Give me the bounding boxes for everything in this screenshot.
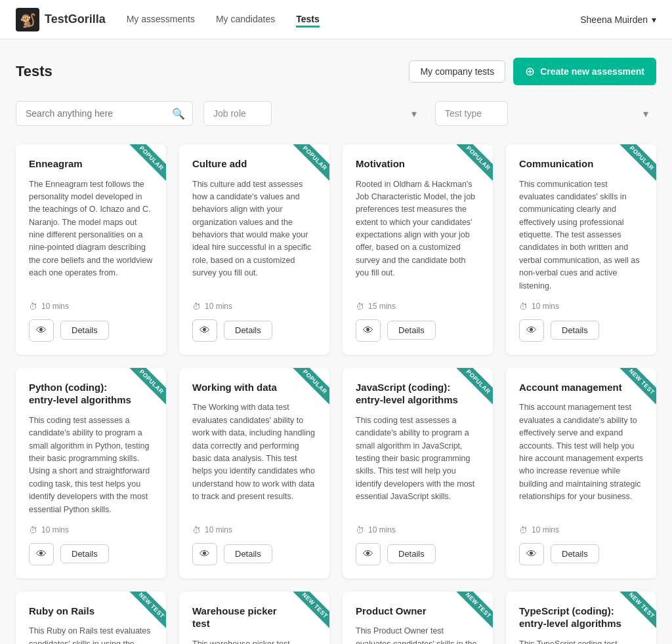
badge-label: POPULAR: [455, 144, 493, 181]
card-badge: NEW TEST: [284, 592, 329, 637]
card-actions: 👁 Details: [192, 543, 316, 565]
card-badge: POPULAR: [120, 144, 166, 190]
search-icon: 🔍: [172, 108, 185, 120]
card-duration: 15 mins: [356, 302, 480, 312]
card-badge: NEW TEST: [120, 592, 166, 637]
test-card: POPULAR Communication This communication…: [506, 144, 656, 355]
preview-button[interactable]: 👁: [192, 319, 217, 342]
card-duration: 10 mins: [29, 525, 153, 535]
clock-icon: [519, 302, 528, 312]
card-duration: 10 mins: [192, 302, 316, 312]
chevron-down-icon: ▾: [652, 14, 656, 25]
card-description: Rooted in Oldham & Hackman's Job Charact…: [356, 178, 480, 292]
duration-value: 10 mins: [532, 302, 559, 311]
duration-value: 15 mins: [368, 302, 396, 311]
badge-label: NEW TEST: [129, 592, 166, 628]
clock-icon: [519, 525, 528, 535]
badge-label: NEW TEST: [292, 592, 329, 628]
badge-label: POPULAR: [455, 368, 493, 405]
job-role-select[interactable]: Job role: [203, 101, 272, 126]
clock-icon: [192, 302, 201, 312]
user-menu[interactable]: Sheena Muirden ▾: [580, 14, 656, 25]
card-description: This communication test evaluates candid…: [519, 178, 643, 292]
card-duration: 10 mins: [519, 302, 643, 312]
badge-label: NEW TEST: [619, 592, 656, 628]
preview-button[interactable]: 👁: [29, 543, 54, 565]
nav-tests[interactable]: Tests: [296, 11, 320, 28]
card-badge: POPULAR: [284, 144, 329, 190]
test-card: POPULAR Motivation Rooted in Oldham & Ha…: [343, 144, 493, 355]
preview-button[interactable]: 👁: [192, 543, 217, 565]
clock-icon: [29, 525, 37, 535]
company-tests-button[interactable]: My company tests: [409, 60, 505, 83]
details-button[interactable]: Details: [551, 321, 599, 340]
preview-button[interactable]: 👁: [356, 543, 381, 565]
card-actions: 👁 Details: [356, 543, 480, 565]
page-title: Tests: [16, 63, 52, 80]
search-input[interactable]: [16, 101, 193, 126]
card-description: This culture add test assesses how a can…: [192, 178, 316, 292]
clock-icon: [192, 525, 201, 535]
card-description: The Working with data test evaluates can…: [192, 401, 316, 516]
filters-row: 🔍 Job role Test type: [16, 101, 656, 126]
logo[interactable]: 🐒 TestGorilla: [16, 8, 106, 31]
badge-label: POPULAR: [292, 144, 329, 181]
card-badge: NEW TEST: [610, 592, 656, 637]
test-card: POPULAR JavaScript (coding): entry-level…: [343, 368, 493, 578]
card-description: This coding test assesses a candidate's …: [356, 414, 480, 516]
details-button[interactable]: Details: [224, 544, 272, 563]
card-description: This coding test assesses a candidate's …: [29, 414, 153, 516]
nav-my-candidates[interactable]: My candidates: [216, 11, 275, 28]
card-badge: POPULAR: [610, 144, 656, 190]
job-role-filter-wrapper: Job role: [203, 101, 425, 126]
test-card: NEW TEST Warehouse picker test This ware…: [179, 592, 329, 644]
test-type-filter-wrapper: Test type: [435, 101, 656, 126]
card-actions: 👁 Details: [192, 319, 316, 342]
preview-button[interactable]: 👁: [29, 319, 54, 342]
badge-label: POPULAR: [292, 368, 329, 405]
eye-icon: 👁: [363, 325, 373, 336]
cards-grid: POPULAR Enneagram The Enneagram test fol…: [16, 144, 656, 644]
card-description: This account management test evaluates a…: [519, 401, 643, 516]
preview-button[interactable]: 👁: [519, 543, 544, 565]
clock-icon: [356, 302, 364, 312]
card-actions: 👁 Details: [519, 319, 643, 342]
create-assessment-button[interactable]: ⊕ Create new assessment: [513, 58, 656, 85]
plus-icon: ⊕: [525, 64, 535, 79]
details-button[interactable]: Details: [551, 544, 599, 563]
card-duration: 10 mins: [519, 525, 643, 535]
test-card: NEW TEST Ruby on Rails This Ruby on Rail…: [16, 592, 166, 644]
card-badge: POPULAR: [447, 368, 493, 414]
eye-icon: 👁: [200, 548, 210, 560]
nav-my-assessments[interactable]: My assessments: [127, 11, 195, 28]
page-header: Tests My company tests ⊕ Create new asse…: [16, 58, 656, 85]
details-button[interactable]: Details: [224, 321, 272, 340]
preview-button[interactable]: 👁: [356, 319, 381, 342]
test-type-select[interactable]: Test type: [435, 101, 508, 126]
logo-icon: 🐒: [16, 8, 39, 31]
card-duration: 10 mins: [29, 302, 153, 312]
card-actions: 👁 Details: [356, 319, 480, 342]
card-actions: 👁 Details: [29, 543, 153, 565]
user-name: Sheena Muirden: [580, 14, 648, 25]
details-button[interactable]: Details: [387, 544, 436, 563]
duration-value: 10 mins: [41, 525, 69, 534]
card-duration: 10 mins: [356, 525, 480, 535]
details-button[interactable]: Details: [60, 544, 109, 563]
test-card: POPULAR Culture add This culture add tes…: [179, 144, 329, 355]
test-card: POPULAR Python (coding): entry-level alg…: [16, 368, 166, 578]
details-button[interactable]: Details: [60, 321, 109, 340]
badge-label: NEW TEST: [619, 368, 656, 405]
eye-icon: 👁: [200, 325, 210, 336]
logo-text: TestGorilla: [45, 12, 106, 26]
duration-value: 10 mins: [368, 525, 396, 534]
card-badge: POPULAR: [120, 368, 166, 414]
test-card: NEW TEST Product Owner This Product Owne…: [343, 592, 493, 644]
preview-button[interactable]: 👁: [519, 319, 544, 342]
card-actions: 👁 Details: [519, 543, 643, 565]
details-button[interactable]: Details: [387, 321, 436, 340]
eye-icon: 👁: [526, 325, 537, 336]
card-description: This warehouse picker test evaluates a c…: [192, 638, 316, 644]
duration-value: 10 mins: [41, 302, 69, 311]
navbar: 🐒 TestGorilla My assessments My candidat…: [0, 0, 672, 39]
